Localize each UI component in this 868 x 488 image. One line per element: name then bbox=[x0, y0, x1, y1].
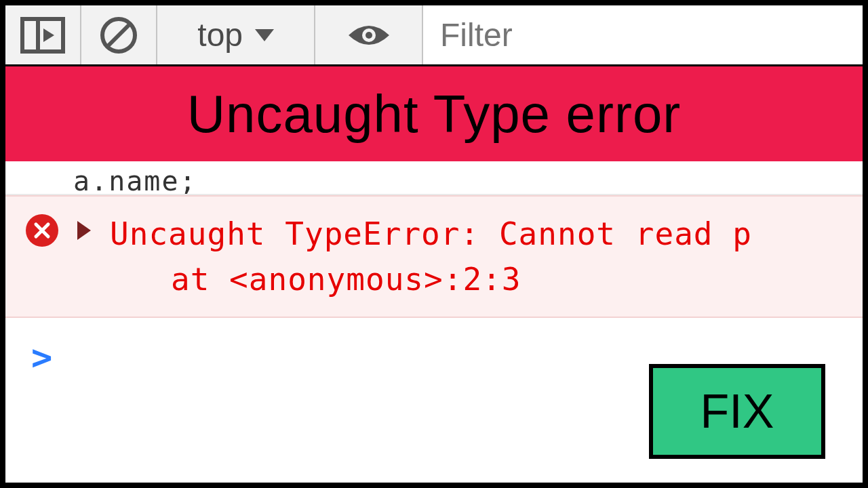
previous-input-fragment: a.name; bbox=[5, 161, 863, 195]
chevron-down-icon bbox=[255, 29, 274, 41]
clear-console-button[interactable] bbox=[81, 5, 157, 64]
context-selector[interactable]: top bbox=[157, 5, 315, 64]
error-message: Uncaught TypeError: Cannot read p at <an… bbox=[110, 211, 752, 302]
title-banner: Uncaught Type error bbox=[5, 66, 863, 161]
expand-arrow-icon[interactable] bbox=[77, 221, 91, 240]
clear-icon bbox=[99, 16, 138, 55]
svg-rect-0 bbox=[22, 19, 63, 52]
prompt-caret-icon: > bbox=[31, 337, 52, 378]
console-toolbar: top bbox=[5, 5, 863, 66]
live-expression-button[interactable] bbox=[315, 5, 423, 64]
banner-title: Uncaught Type error bbox=[187, 83, 682, 145]
console-output: a.name; Uncaught TypeError: Cannot read … bbox=[5, 161, 863, 396]
error-icon bbox=[26, 214, 58, 247]
toggle-sidebar-icon bbox=[20, 17, 65, 54]
toggle-sidebar-button[interactable] bbox=[5, 5, 81, 64]
svg-point-6 bbox=[366, 32, 372, 39]
error-line-1: Uncaught TypeError: Cannot read p bbox=[110, 216, 752, 252]
fix-button-label: FIX bbox=[701, 384, 774, 439]
filter-input[interactable] bbox=[423, 5, 863, 64]
svg-marker-2 bbox=[43, 28, 54, 42]
fix-button[interactable]: FIX bbox=[649, 364, 825, 459]
eye-icon bbox=[345, 20, 393, 51]
error-line-2: at <anonymous>:2:3 bbox=[110, 257, 752, 302]
context-label: top bbox=[197, 16, 243, 54]
devtools-console-frame: top Uncaught Type error a.name; bbox=[0, 0, 868, 488]
svg-line-4 bbox=[108, 24, 130, 46]
console-error-row[interactable]: Uncaught TypeError: Cannot read p at <an… bbox=[5, 195, 863, 318]
